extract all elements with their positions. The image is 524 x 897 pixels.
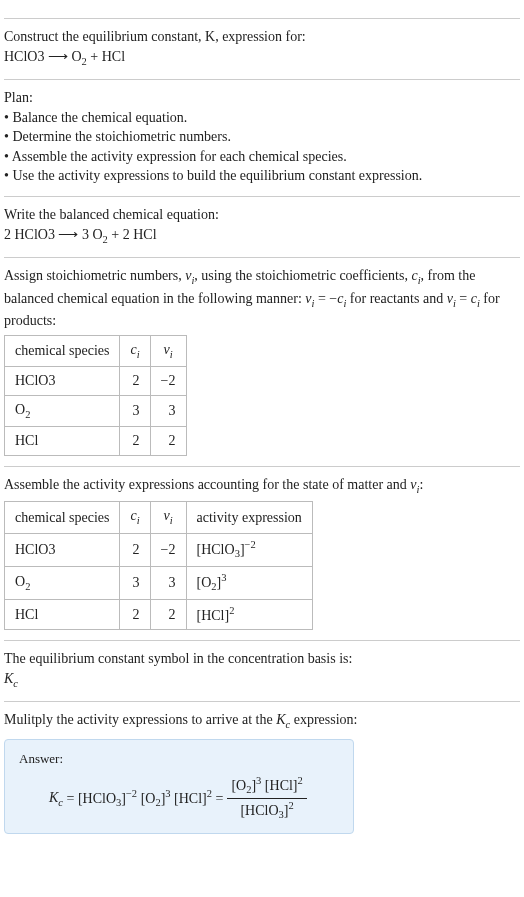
cell-species: HClO3: [5, 367, 120, 396]
table-header-row: chemical species ci νi activity expressi…: [5, 502, 313, 533]
table-header-row: chemical species ci νi: [5, 335, 187, 366]
cell-ci: 2: [120, 600, 150, 630]
intro-section: Construct the equilibrium constant, K, e…: [4, 18, 520, 69]
col-header-species: chemical species: [5, 502, 120, 533]
col-header-species: chemical species: [5, 335, 120, 366]
plan-section: Plan: • Balance the chemical equation. •…: [4, 79, 520, 186]
cell-activity: [O2]3: [186, 566, 312, 599]
col-header-ci: ci: [120, 335, 150, 366]
cell-species: O2: [5, 566, 120, 599]
symbol-value: Kc: [4, 669, 520, 691]
multiply-section: Mulitply the activity expressions to arr…: [4, 701, 520, 834]
cell-activity: [HCl]2: [186, 600, 312, 630]
balanced-equation: 2 HClO3 ⟶ 3 O2 + 2 HCl: [4, 225, 520, 247]
table-row: O2 3 3 [O2]3: [5, 566, 313, 599]
fraction-numerator: [O2]3 [HCl]2: [227, 774, 306, 799]
cell-vi: 2: [150, 600, 186, 630]
cell-vi: 2: [150, 427, 186, 456]
plan-heading: Plan:: [4, 88, 520, 108]
stoich-table: chemical species ci νi HClO3 2 −2 O2 3 3…: [4, 335, 187, 456]
multiply-heading: Mulitply the activity expressions to arr…: [4, 710, 520, 732]
balanced-section: Write the balanced chemical equation: 2 …: [4, 196, 520, 247]
table-row: HCl 2 2 [HCl]2: [5, 600, 313, 630]
cell-ci: 3: [120, 395, 150, 426]
plan-item: • Use the activity expressions to build …: [4, 166, 520, 186]
cell-ci: 2: [120, 533, 150, 566]
activity-section: Assemble the activity expressions accoun…: [4, 466, 520, 631]
cell-vi: 3: [150, 395, 186, 426]
intro-heading: Construct the equilibrium constant, K, e…: [4, 27, 520, 47]
cell-activity: [HClO3]−2: [186, 533, 312, 566]
table-row: HClO3 2 −2 [HClO3]−2: [5, 533, 313, 566]
cell-species: HCl: [5, 600, 120, 630]
answer-lhs: Kc = [HClO3]−2 [O2]3 [HCl]2 =: [49, 787, 223, 811]
activity-table: chemical species ci νi activity expressi…: [4, 501, 313, 630]
stoich-text: Assign stoichiometric numbers, νi, using…: [4, 266, 520, 331]
col-header-ci: ci: [120, 502, 150, 533]
intro-equation: HClO3 ⟶ O2 + HCl: [4, 47, 520, 69]
cell-species: O2: [5, 395, 120, 426]
symbol-heading: The equilibrium constant symbol in the c…: [4, 649, 520, 669]
cell-vi: −2: [150, 533, 186, 566]
balanced-heading: Write the balanced chemical equation:: [4, 205, 520, 225]
cell-ci: 2: [120, 427, 150, 456]
plan-item: • Balance the chemical equation.: [4, 108, 520, 128]
answer-label: Answer:: [19, 750, 339, 768]
col-header-activity: activity expression: [186, 502, 312, 533]
cell-ci: 3: [120, 566, 150, 599]
answer-equation: Kc = [HClO3]−2 [O2]3 [HCl]2 = [O2]3 [HCl…: [19, 774, 339, 823]
cell-species: HClO3: [5, 533, 120, 566]
cell-vi: 3: [150, 566, 186, 599]
plan-item: • Determine the stoichiometric numbers.: [4, 127, 520, 147]
table-row: HClO3 2 −2: [5, 367, 187, 396]
plan-item: • Assemble the activity expression for e…: [4, 147, 520, 167]
answer-fraction: [O2]3 [HCl]2 [HClO3]2: [227, 774, 306, 823]
table-row: O2 3 3: [5, 395, 187, 426]
col-header-vi: νi: [150, 502, 186, 533]
stoich-section: Assign stoichiometric numbers, νi, using…: [4, 257, 520, 456]
symbol-section: The equilibrium constant symbol in the c…: [4, 640, 520, 691]
answer-box: Answer: Kc = [HClO3]−2 [O2]3 [HCl]2 = [O…: [4, 739, 354, 834]
cell-vi: −2: [150, 367, 186, 396]
cell-ci: 2: [120, 367, 150, 396]
col-header-vi: νi: [150, 335, 186, 366]
fraction-denominator: [HClO3]2: [227, 799, 306, 823]
activity-heading: Assemble the activity expressions accoun…: [4, 475, 520, 497]
cell-species: HCl: [5, 427, 120, 456]
table-row: HCl 2 2: [5, 427, 187, 456]
